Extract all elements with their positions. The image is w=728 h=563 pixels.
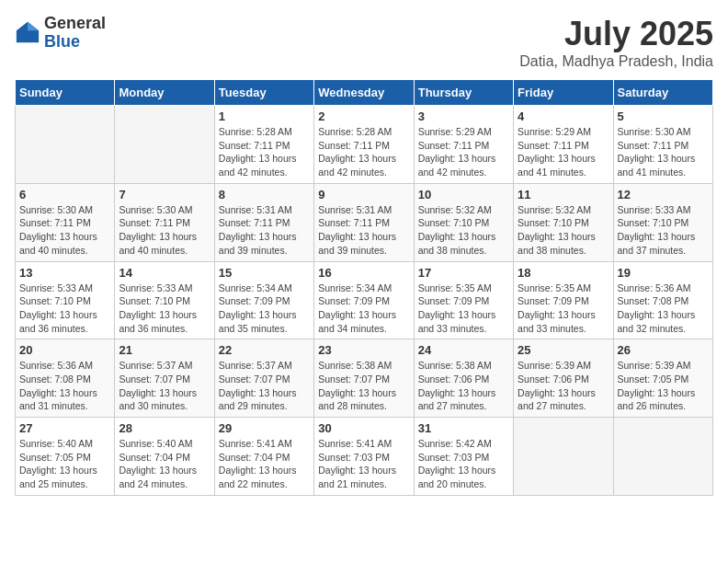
day-number: 26 [618,343,709,357]
day-number: 14 [119,266,210,280]
day-info: Sunrise: 5:32 AM Sunset: 7:10 PM Dayligh… [518,203,609,258]
calendar-cell: 24Sunrise: 5:38 AM Sunset: 7:06 PM Dayli… [414,339,513,418]
day-info: Sunrise: 5:29 AM Sunset: 7:11 PM Dayligh… [418,125,509,179]
day-number: 29 [219,421,310,435]
calendar-cell [514,418,613,496]
day-number: 18 [518,266,609,280]
weekday-header: Wednesday [314,80,414,106]
day-info: Sunrise: 5:41 AM Sunset: 7:03 PM Dayligh… [318,437,409,491]
weekday-header: Tuesday [214,80,313,106]
calendar-cell: 17Sunrise: 5:35 AM Sunset: 7:09 PM Dayli… [414,261,513,339]
calendar-cell: 4Sunrise: 5:29 AM Sunset: 7:11 PM Daylig… [514,106,613,184]
day-info: Sunrise: 5:36 AM Sunset: 7:08 PM Dayligh… [19,359,110,413]
day-number: 17 [418,266,509,280]
calendar-cell: 5Sunrise: 5:30 AM Sunset: 7:11 PM Daylig… [613,106,712,184]
calendar-cell [16,106,115,184]
day-info: Sunrise: 5:40 AM Sunset: 7:04 PM Dayligh… [119,437,210,491]
day-info: Sunrise: 5:34 AM Sunset: 7:09 PM Dayligh… [318,282,409,336]
day-info: Sunrise: 5:32 AM Sunset: 7:10 PM Dayligh… [418,203,509,258]
day-number: 19 [618,266,709,280]
logo-icon [15,20,40,46]
logo-blue-text: Blue [44,33,106,52]
calendar-week-row: 27Sunrise: 5:40 AM Sunset: 7:05 PM Dayli… [16,418,713,496]
calendar-cell: 23Sunrise: 5:38 AM Sunset: 7:07 PM Dayli… [314,339,414,418]
day-number: 3 [418,109,509,123]
calendar-cell: 31Sunrise: 5:42 AM Sunset: 7:03 PM Dayli… [414,418,513,496]
day-info: Sunrise: 5:39 AM Sunset: 7:06 PM Dayligh… [518,359,609,413]
day-number: 11 [518,188,609,201]
day-info: Sunrise: 5:34 AM Sunset: 7:09 PM Dayligh… [219,282,310,336]
logo-general-text: General [44,15,106,33]
calendar-cell: 2Sunrise: 5:28 AM Sunset: 7:11 PM Daylig… [314,106,414,184]
day-number: 8 [219,188,310,201]
calendar-cell: 13Sunrise: 5:33 AM Sunset: 7:10 PM Dayli… [16,261,115,339]
day-info: Sunrise: 5:31 AM Sunset: 7:11 PM Dayligh… [318,203,409,258]
calendar-cell [115,106,214,184]
day-info: Sunrise: 5:33 AM Sunset: 7:10 PM Dayligh… [618,203,709,258]
day-number: 21 [119,343,210,357]
calendar-cell: 27Sunrise: 5:40 AM Sunset: 7:05 PM Dayli… [16,418,115,496]
weekday-header: Friday [514,80,613,106]
month-title: July 2025 [519,15,713,53]
day-info: Sunrise: 5:29 AM Sunset: 7:11 PM Dayligh… [518,125,609,179]
calendar-cell: 25Sunrise: 5:39 AM Sunset: 7:06 PM Dayli… [514,339,613,418]
calendar-week-row: 13Sunrise: 5:33 AM Sunset: 7:10 PM Dayli… [16,261,713,339]
calendar-cell: 14Sunrise: 5:33 AM Sunset: 7:10 PM Dayli… [115,261,214,339]
calendar-cell: 7Sunrise: 5:30 AM Sunset: 7:11 PM Daylig… [115,183,214,261]
calendar-cell: 18Sunrise: 5:35 AM Sunset: 7:09 PM Dayli… [514,261,613,339]
day-number: 24 [418,343,509,357]
day-number: 30 [318,421,409,435]
day-info: Sunrise: 5:35 AM Sunset: 7:09 PM Dayligh… [518,282,609,336]
day-info: Sunrise: 5:41 AM Sunset: 7:04 PM Dayligh… [219,437,310,491]
day-info: Sunrise: 5:37 AM Sunset: 7:07 PM Dayligh… [119,359,210,413]
calendar-cell: 3Sunrise: 5:29 AM Sunset: 7:11 PM Daylig… [414,106,513,184]
calendar-cell [613,418,712,496]
day-number: 15 [219,266,310,280]
calendar-week-row: 1Sunrise: 5:28 AM Sunset: 7:11 PM Daylig… [16,106,713,184]
day-info: Sunrise: 5:33 AM Sunset: 7:10 PM Dayligh… [19,282,110,336]
day-info: Sunrise: 5:30 AM Sunset: 7:11 PM Dayligh… [119,203,210,258]
day-info: Sunrise: 5:35 AM Sunset: 7:09 PM Dayligh… [418,282,509,336]
day-number: 7 [119,188,210,201]
logo: General Blue [15,15,106,52]
day-info: Sunrise: 5:33 AM Sunset: 7:10 PM Dayligh… [119,282,210,336]
day-number: 12 [618,188,709,201]
calendar-cell: 19Sunrise: 5:36 AM Sunset: 7:08 PM Dayli… [613,261,712,339]
day-info: Sunrise: 5:40 AM Sunset: 7:05 PM Dayligh… [19,437,110,491]
day-number: 9 [318,188,409,201]
day-number: 1 [219,109,310,123]
page-header: General Blue July 2025 Datia, Madhya Pra… [15,15,713,70]
day-number: 22 [219,343,310,357]
day-info: Sunrise: 5:28 AM Sunset: 7:11 PM Dayligh… [219,125,310,179]
calendar-cell: 26Sunrise: 5:39 AM Sunset: 7:05 PM Dayli… [613,339,712,418]
day-info: Sunrise: 5:42 AM Sunset: 7:03 PM Dayligh… [418,437,509,491]
day-number: 31 [418,421,509,435]
title-block: July 2025 Datia, Madhya Pradesh, India [519,15,713,70]
calendar-cell: 9Sunrise: 5:31 AM Sunset: 7:11 PM Daylig… [314,183,414,261]
calendar-cell: 12Sunrise: 5:33 AM Sunset: 7:10 PM Dayli… [613,183,712,261]
calendar-cell: 10Sunrise: 5:32 AM Sunset: 7:10 PM Dayli… [414,183,513,261]
day-number: 2 [318,109,409,123]
calendar-cell: 20Sunrise: 5:36 AM Sunset: 7:08 PM Dayli… [16,339,115,418]
calendar-header-row: SundayMondayTuesdayWednesdayThursdayFrid… [16,80,713,106]
calendar-week-row: 20Sunrise: 5:36 AM Sunset: 7:08 PM Dayli… [16,339,713,418]
calendar-table: SundayMondayTuesdayWednesdayThursdayFrid… [15,79,713,496]
day-info: Sunrise: 5:39 AM Sunset: 7:05 PM Dayligh… [618,359,709,413]
calendar-cell: 21Sunrise: 5:37 AM Sunset: 7:07 PM Dayli… [115,339,214,418]
calendar-cell: 22Sunrise: 5:37 AM Sunset: 7:07 PM Dayli… [214,339,313,418]
day-info: Sunrise: 5:36 AM Sunset: 7:08 PM Dayligh… [618,282,709,336]
day-info: Sunrise: 5:38 AM Sunset: 7:06 PM Dayligh… [418,359,509,413]
day-info: Sunrise: 5:37 AM Sunset: 7:07 PM Dayligh… [219,359,310,413]
calendar-cell: 8Sunrise: 5:31 AM Sunset: 7:11 PM Daylig… [214,183,313,261]
weekday-header: Sunday [16,80,115,106]
day-number: 13 [19,266,110,280]
calendar-week-row: 6Sunrise: 5:30 AM Sunset: 7:11 PM Daylig… [16,183,713,261]
calendar-cell: 16Sunrise: 5:34 AM Sunset: 7:09 PM Dayli… [314,261,414,339]
day-info: Sunrise: 5:38 AM Sunset: 7:07 PM Dayligh… [318,359,409,413]
day-info: Sunrise: 5:28 AM Sunset: 7:11 PM Dayligh… [318,125,409,179]
calendar-cell: 30Sunrise: 5:41 AM Sunset: 7:03 PM Dayli… [314,418,414,496]
day-number: 4 [518,109,609,123]
location-title: Datia, Madhya Pradesh, India [519,53,713,70]
weekday-header: Saturday [613,80,712,106]
weekday-header: Monday [115,80,214,106]
